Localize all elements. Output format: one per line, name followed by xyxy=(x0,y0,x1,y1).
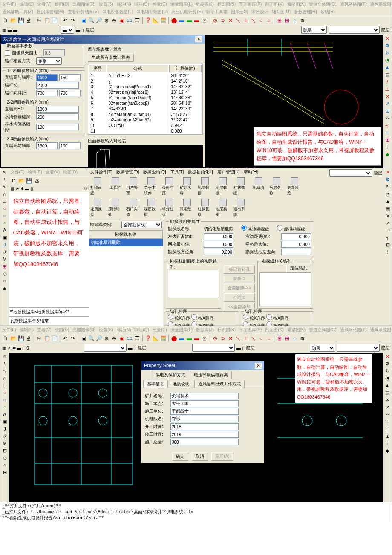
menubar-2[interactable]: 文件操作[F]数据管理[D]数据查询[Q]工具[T]数据初始化[I]用户管理[U… xyxy=(89,168,316,176)
vl-grid2-icon[interactable]: ⊞ xyxy=(2,286,8,292)
zoom-extent-icon[interactable]: ◉ xyxy=(118,17,125,24)
vt-x-icon[interactable]: ✕ xyxy=(384,94,390,100)
vl3-arrow[interactable]: ↖ xyxy=(2,354,8,360)
vtoolbar-left-2[interactable]: ↖ \ ∿ ∩ □ ○ ○ ○ A ▣ J 𝒮 M ⊞ ◇ ○ ⊞ xyxy=(0,168,9,325)
ib-toolbar[interactable]: 工具栏 xyxy=(108,177,123,196)
vl-line-icon[interactable]: \ xyxy=(2,177,8,183)
vt-dots-icon[interactable]: ⁝ xyxy=(384,145,390,150)
ib-strata2[interactable]: 地层数据 xyxy=(216,177,230,196)
vt-refresh-icon[interactable]: ↻ xyxy=(384,50,390,56)
zoom-in-icon[interactable]: 🔍 xyxy=(88,17,95,24)
iconbar-2a[interactable]: 打印设置 工具栏 用户管理 关于本软件 公司注页 矿井名称 地层数据 地层数据 … xyxy=(89,176,316,197)
vt3-grid[interactable]: ⊞ xyxy=(384,434,390,439)
spacing-b-input[interactable] xyxy=(59,90,81,96)
vt3-dots[interactable]: ⁝ xyxy=(384,441,390,447)
ib2-1[interactable]: 原始钻孔 xyxy=(108,199,123,217)
toolbar-1[interactable]: 🗋 📂 💾 🖨 ✂ 📋 📄 ↶ ↷ ▣ 🔍 🔎 ⊕ ⊖ ◉ 1:1 ☰ ❓ 📐 … xyxy=(0,16,392,25)
vt2-tri[interactable]: ▲ xyxy=(385,199,391,205)
zoom-window-icon[interactable]: ▣ xyxy=(80,17,87,24)
vt-wave-icon[interactable]: 〰 xyxy=(384,116,390,121)
new-icon[interactable]: 🗋 xyxy=(2,17,9,24)
layer-select-2[interactable] xyxy=(329,26,380,34)
snap-icon[interactable]: ⊡ xyxy=(201,17,208,24)
grid-max-input[interactable] xyxy=(281,241,311,248)
vl3-rect[interactable]: □ xyxy=(2,383,8,389)
direction-input[interactable] xyxy=(281,249,311,255)
cad-canvas-3[interactable]: Property Sheet ✕ 供电及保护方式 电压等级供电距离 基本信息 地… xyxy=(9,353,383,502)
vtoolbar-right-1[interactable]: ✕ ⚙ ↻ ◔ ▲ ▤ / ⊥ ✕ ↗ ⊡ 〰 ┐ ⌐ ⊞ ⁝ ◆ xyxy=(383,35,392,168)
vt-close-icon[interactable]: ✕ xyxy=(384,36,390,42)
real-survey-radio[interactable] xyxy=(241,225,247,231)
toolbar-2-left[interactable]: 🗋📂💾🖨 xyxy=(9,176,89,185)
ib2-6[interactable]: 柱状复取 xyxy=(198,199,212,217)
vl-arc-icon[interactable]: ∩ xyxy=(2,191,8,197)
wall-h1-input[interactable] xyxy=(36,106,79,113)
vt2-corn[interactable]: ┐ xyxy=(385,235,391,241)
vl3-grid2[interactable]: ⊞ xyxy=(2,470,8,476)
vt3-x[interactable]: ✕ xyxy=(384,397,390,403)
vl-arrow-icon[interactable]: ↖ xyxy=(2,170,8,176)
survey-category-select[interactable]: 全部勘探线 xyxy=(121,221,162,228)
layout-select[interactable]: 矩形 xyxy=(36,57,62,65)
wall-t-input[interactable] xyxy=(59,74,81,81)
hidden-select[interactable]: 隐层 xyxy=(301,26,327,34)
cut-icon[interactable]: ✂ xyxy=(36,17,43,24)
propsheet-close-icon[interactable]: ✕ xyxy=(255,363,262,369)
cancel-button[interactable]: 取消 xyxy=(192,452,208,461)
ib-strata[interactable]: 地层数据 xyxy=(198,177,212,196)
vl3-line[interactable]: \ xyxy=(2,361,8,367)
vt3-wave[interactable]: 〰 xyxy=(384,412,390,418)
vt2-gear[interactable]: ⚙ xyxy=(385,177,391,183)
ib-mine[interactable]: 矿井名称 xyxy=(180,177,194,196)
noditch-depth-input[interactable] xyxy=(36,124,79,130)
layers-icon[interactable]: ☰ xyxy=(134,17,141,24)
vl3-o[interactable]: ○ xyxy=(2,462,8,468)
vl-circ1-icon[interactable]: ○ xyxy=(2,206,8,212)
ok-button[interactable]: 确定 xyxy=(172,452,188,461)
sn-circle-icon[interactable]: ⊙ xyxy=(212,17,219,24)
vt2-refresh[interactable]: ↻ xyxy=(385,184,391,190)
ib2-7[interactable]: 地层构图 xyxy=(216,199,230,217)
vl-rect-icon[interactable]: □ xyxy=(2,199,8,205)
vt2-arr[interactable]: ↗ xyxy=(385,220,391,226)
sort-x-desc-1[interactable] xyxy=(191,314,197,320)
ib2-0[interactable]: 龙房换页 xyxy=(90,199,105,217)
unit-input[interactable] xyxy=(170,408,239,415)
vt-box-icon[interactable]: ⊡ xyxy=(384,108,390,114)
vl-s-icon[interactable]: 𝒮 xyxy=(2,249,8,255)
layer3-select2[interactable] xyxy=(192,344,235,352)
cad-canvas-1[interactable]: 独立自动绘图系统，只需基础参数，自动计算，自动绘图，自动生成设计报告，与CAD兼… xyxy=(205,35,383,168)
vt-arr-icon[interactable]: ↗ xyxy=(384,101,390,107)
sn-tan-icon[interactable]: ＼ xyxy=(250,17,257,24)
flag-b-icon[interactable]: ▬ xyxy=(178,17,185,24)
ib-user[interactable]: 用户管理 xyxy=(126,177,141,196)
ib2-4[interactable]: 标分柱状 xyxy=(162,199,176,217)
wall3-t-input[interactable] xyxy=(59,142,81,149)
sn-perp-icon[interactable]: ⊥ xyxy=(242,17,249,24)
right-layer-select[interactable] xyxy=(329,169,372,177)
vt-gear-icon[interactable]: ⚙ xyxy=(384,43,390,49)
vl3-grid[interactable]: ⊞ xyxy=(2,448,8,454)
sn-mid-icon[interactable]: ○ xyxy=(265,17,272,24)
ib2-8[interactable]: 退出系统 xyxy=(233,199,248,217)
team-input[interactable] xyxy=(170,416,239,422)
tab-vent[interactable]: 通风运料出煤工作方式 xyxy=(194,380,245,388)
vt2-dots[interactable]: ⁝ xyxy=(385,249,391,255)
vt3-tri[interactable]: ▲ xyxy=(384,383,390,389)
total-input[interactable] xyxy=(170,439,239,445)
ib-refresh[interactable]: 更新预览 xyxy=(287,177,302,196)
vt3-rect[interactable]: ▤ xyxy=(384,390,390,396)
sort-x-desc-2[interactable] xyxy=(266,314,272,320)
menubar-1[interactable]: 文件(F)编辑(E)查看(V)绘图(D)光栅图像(R)设置(S)标注(N)辅注(… xyxy=(0,0,392,8)
vt3-pie[interactable]: ◔ xyxy=(384,376,390,382)
toolbar-3[interactable]: 🗋📂💾🖨 ✂📋📄 ↶↷ ▣🔍🔎⊕⊖ ◉1:1☰ ❓📐🧮 ⬤▬▬▬⊡ ⊙⊃✕＼⊥＼… xyxy=(0,334,392,343)
vt3-diam[interactable]: ◆ xyxy=(384,448,390,454)
vl3-curve[interactable]: ∿ xyxy=(2,368,8,374)
grid1-icon[interactable]: ⊞ xyxy=(276,17,283,24)
location-input[interactable] xyxy=(170,400,239,407)
home-icon[interactable]: ⌂ xyxy=(291,17,298,24)
tab-supply[interactable]: 供电及保护方式 xyxy=(152,371,189,379)
copy-icon[interactable]: 📋 xyxy=(43,17,50,24)
ib-column[interactable]: 柱状数据 xyxy=(233,177,248,196)
vtoolbar-left-3[interactable]: ↖ \ ∿ ∩ □ ○ ○ ○ A ▣ J 𝒮 M ⊞ ◇ ○ ⊞ xyxy=(0,353,9,502)
